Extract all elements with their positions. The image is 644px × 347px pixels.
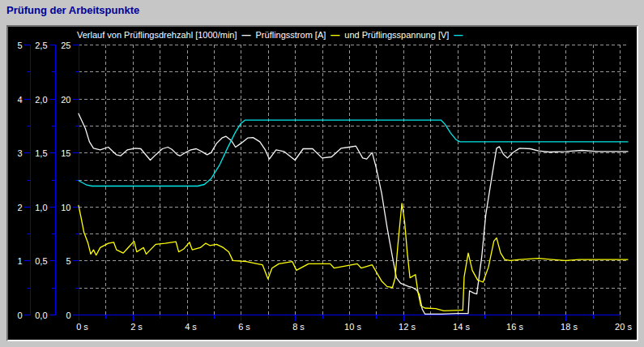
y-axis-1-tick-label: 0,0 — [35, 311, 47, 320]
chart-plot: 0123450,00,51,01,52,02,505101520250 s2 s… — [8, 27, 637, 340]
y-axis-1-tick-label: 1,5 — [35, 148, 47, 158]
legend-item-label: Prüflingsstrom [A] — [256, 30, 326, 40]
x-axis-tick-label: 0 s — [76, 322, 88, 332]
chart-legend: Verlauf von Prüflingsdrehzahl [1000/min]… — [77, 29, 463, 41]
x-axis-tick-label: 8 s — [292, 322, 305, 332]
y-axis-0-tick-label: 4 — [17, 95, 22, 105]
x-axis-tick-label: 12 s — [399, 322, 416, 332]
y-axis-0-tick-label: 1 — [17, 256, 22, 266]
legend-item-label: und Prüflingsspannung [V] — [344, 30, 449, 40]
y-axis-1-tick-label: 1,0 — [35, 203, 47, 212]
y-axis-2-tick-label: 25 — [61, 41, 70, 50]
x-axis-tick-label: 20 s — [615, 322, 632, 332]
x-axis-tick-label: 4 s — [185, 322, 197, 332]
y-axis-1-tick-label: 0,5 — [35, 256, 47, 266]
y-axis-1-tick-label: 2,5 — [35, 41, 47, 50]
y-axis-2-tick-label: 5 — [66, 256, 70, 266]
chart-panel: Verlauf von Prüflingsdrehzahl [1000/min]… — [6, 25, 638, 341]
series-line — [79, 114, 628, 314]
legend-item-label: Verlauf von Prüflingsdrehzahl [1000/min] — [77, 30, 237, 40]
y-axis-0-tick-label: 0 — [17, 311, 22, 320]
page-title: Prüfung der Arbeitspunkte — [6, 4, 139, 16]
x-axis-tick-label: 2 s — [130, 322, 143, 332]
series-line — [79, 203, 628, 311]
y-axis-2-tick-label: 20 — [61, 95, 70, 105]
y-axis-0-tick-label: 2 — [17, 203, 22, 212]
legend-color-dash: — — [242, 30, 251, 40]
y-axis-0-tick-label: 5 — [17, 41, 22, 50]
y-axis-1-tick-label: 2,0 — [35, 95, 47, 105]
x-axis-tick-label: 6 s — [238, 322, 250, 332]
x-axis-tick-label: 16 s — [506, 322, 523, 332]
legend-color-dash: — — [331, 30, 339, 40]
legend-color-dash: — — [454, 30, 463, 40]
x-axis-tick-label: 10 s — [344, 322, 361, 332]
y-axis-2-tick-label: 0 — [66, 311, 70, 320]
y-axis-2-tick-label: 10 — [61, 203, 70, 212]
x-axis-tick-label: 18 s — [561, 322, 578, 332]
y-axis-0-tick-label: 3 — [17, 148, 22, 158]
window: Prüfung der Arbeitspunkte Verlauf von Pr… — [0, 0, 644, 347]
x-axis-tick-label: 14 s — [453, 322, 470, 332]
y-axis-2-tick-label: 15 — [61, 148, 70, 158]
